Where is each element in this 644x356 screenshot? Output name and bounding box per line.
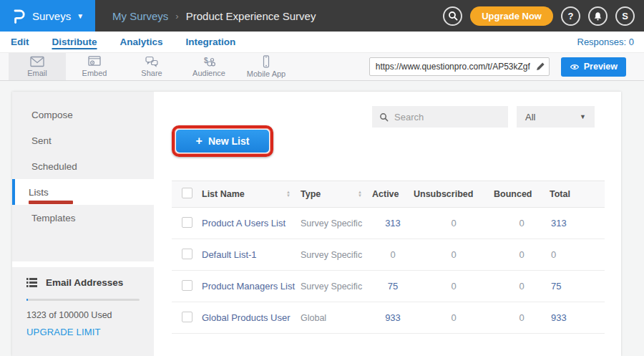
header-actions: Upgrade Now ? S xyxy=(443,6,635,26)
email-addresses-panel: Email Addresses 1323 of 100000 Used UPGR… xyxy=(12,267,154,356)
table-row: Product A Users List Survey Specific 313… xyxy=(172,208,605,239)
column-header-bounced[interactable]: Bounced xyxy=(494,189,550,199)
row-checkbox[interactable] xyxy=(182,217,192,228)
usage-progress-bar xyxy=(26,299,140,301)
product-switcher[interactable]: Surveys ▼ xyxy=(0,0,95,32)
active-count[interactable]: 75 xyxy=(372,281,414,292)
account-avatar[interactable]: S xyxy=(615,6,635,26)
list-filter-dropdown[interactable]: All ▼ xyxy=(517,106,595,128)
list-name-link[interactable]: Product A Users List xyxy=(202,218,301,228)
upgrade-now-button[interactable]: Upgrade Now xyxy=(470,6,553,26)
responses-count[interactable]: Responses: 0 xyxy=(577,37,635,47)
survey-nav-tabs: Edit Distribute Analytics Integration Re… xyxy=(0,32,644,53)
tab-edit[interactable]: Edit xyxy=(11,37,29,47)
bounced-count: 0 xyxy=(494,218,550,228)
total-count[interactable]: 0 xyxy=(550,249,605,260)
preview-label: Preview xyxy=(584,62,618,72)
active-count[interactable]: 933 xyxy=(372,312,414,323)
list-name-link[interactable]: Global Products User xyxy=(202,312,301,323)
list-name-link[interactable]: Product Managers List xyxy=(202,281,301,292)
toolbar-item-share[interactable]: Share xyxy=(123,53,180,80)
bounced-count: 0 xyxy=(494,281,550,292)
search-button[interactable] xyxy=(443,6,462,26)
sidebar-gap xyxy=(12,261,154,267)
total-count[interactable]: 313 xyxy=(550,218,605,228)
toolbar-label-embed: Embed xyxy=(82,69,107,77)
sort-icon[interactable]: ▲▼ xyxy=(286,191,291,198)
column-header-total[interactable]: Total xyxy=(550,189,605,199)
list-type: Global xyxy=(301,313,372,323)
row-checkbox-cell xyxy=(172,280,202,293)
list-type: Survey Specific xyxy=(301,282,372,292)
search-icon xyxy=(448,11,458,21)
search-input[interactable] xyxy=(394,112,494,122)
toolbar-item-audience[interactable]: $ Audience xyxy=(180,53,238,80)
survey-url-wrap xyxy=(369,57,550,76)
unsubscribed-count: 0 xyxy=(414,249,494,260)
row-checkbox-cell xyxy=(172,217,202,230)
sidebar-label-compose: Compose xyxy=(31,110,73,120)
unsubscribed-count: 0 xyxy=(414,312,494,323)
sidebar-item-sent[interactable]: Sent xyxy=(12,128,154,153)
toolbar-item-email[interactable]: Email xyxy=(9,53,66,80)
sidebar-item-scheduled[interactable]: Scheduled xyxy=(12,153,154,179)
sort-icon[interactable]: ▲▼ xyxy=(358,191,362,198)
sidebar-label-scheduled: Scheduled xyxy=(31,161,77,172)
list-name-link[interactable]: Default List-1 xyxy=(202,249,301,260)
total-count[interactable]: 933 xyxy=(550,312,605,323)
active-count[interactable]: 313 xyxy=(372,218,414,228)
survey-url-input[interactable] xyxy=(369,57,550,76)
list-rows-icon xyxy=(26,278,37,287)
app-root: Surveys ▼ My Surveys › Product Experienc… xyxy=(0,0,644,356)
distribute-toolbar: Email Embed Share $ xyxy=(0,53,644,81)
tab-analytics[interactable]: Analytics xyxy=(120,37,163,47)
lists-table: List Name ▲▼ Type ▲▼ Active Unsubscribed… xyxy=(172,181,605,334)
search-icon xyxy=(379,112,389,122)
sidebar-label-templates: Templates xyxy=(31,213,76,223)
sidebar-item-templates[interactable]: Templates xyxy=(12,205,154,231)
sidebar-item-compose[interactable]: Compose xyxy=(12,102,154,128)
toolbar-label-share: Share xyxy=(141,69,162,77)
sidebar-label-lists: Lists xyxy=(29,187,49,198)
column-header-unsubscribed[interactable]: Unsubscribed xyxy=(414,189,494,199)
column-header-active[interactable]: Active xyxy=(372,189,414,199)
row-checkbox-cell xyxy=(172,249,202,261)
type-header-label: Type xyxy=(301,189,321,199)
new-list-button[interactable]: + New List xyxy=(176,130,269,153)
product-name: Surveys xyxy=(32,10,71,22)
active-count[interactable]: 0 xyxy=(372,249,414,260)
select-all-checkbox[interactable] xyxy=(182,188,192,198)
bell-icon xyxy=(592,11,603,21)
tab-integration[interactable]: Integration xyxy=(186,37,236,47)
row-checkbox[interactable] xyxy=(182,312,192,322)
notifications-button[interactable] xyxy=(588,6,608,26)
row-checkbox[interactable] xyxy=(182,280,192,291)
filter-selected-value: All xyxy=(525,112,535,122)
toolbar-item-mobile-app[interactable]: Mobile App xyxy=(238,53,295,80)
new-list-label: New List xyxy=(208,135,250,147)
upgrade-limit-link[interactable]: UPGRADE LIMIT xyxy=(26,327,140,337)
email-sidebar-menu: Compose Sent Scheduled Lists Templates xyxy=(12,92,154,261)
table-row: Product Managers List Survey Specific 75… xyxy=(172,271,605,302)
total-count[interactable]: 75 xyxy=(550,281,605,292)
sidebar-item-lists[interactable]: Lists xyxy=(12,179,154,205)
unsubscribed-count: 0 xyxy=(414,281,494,292)
toolbar-item-embed[interactable]: Embed xyxy=(66,53,123,80)
list-type: Survey Specific xyxy=(301,250,372,260)
eye-icon xyxy=(570,63,580,71)
embed-icon xyxy=(87,56,102,67)
column-header-list-name[interactable]: List Name ▲▼ xyxy=(202,189,301,199)
email-sidebar: Compose Sent Scheduled Lists Templates xyxy=(12,92,154,356)
edit-url-icon[interactable] xyxy=(536,62,545,71)
red-underline-annotation xyxy=(29,201,73,204)
column-header-type[interactable]: Type ▲▼ xyxy=(301,189,372,199)
row-checkbox[interactable] xyxy=(182,249,192,259)
table-row: Default List-1 Survey Specific 0 0 0 0 xyxy=(172,239,605,271)
breadcrumb-my-surveys[interactable]: My Surveys xyxy=(112,10,168,22)
help-button[interactable]: ? xyxy=(561,6,580,26)
tab-distribute[interactable]: Distribute xyxy=(52,37,97,47)
preview-button[interactable]: Preview xyxy=(561,57,626,77)
toolbar-label-email: Email xyxy=(27,69,47,77)
table-row: Global Products User Global 933 0 0 933 xyxy=(172,302,605,334)
chevron-down-icon: ▼ xyxy=(77,12,84,20)
